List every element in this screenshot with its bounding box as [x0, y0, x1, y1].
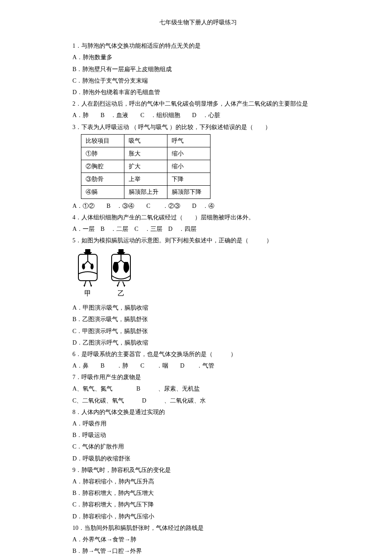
q7-row1: A、氧气、氮气 B 、尿素、无机盐 — [72, 383, 324, 394]
svg-rect-11 — [118, 249, 124, 252]
q6-stem: 6．是呼吸系统的主要器官，也是气体交换场所的是（ ） — [72, 349, 324, 359]
q9-stem: 9．肺吸气时，肺容积及气压的变化是 — [72, 465, 324, 475]
q4-stem: 4．人体组织细胞内产生的二氧化碳经过（ ）层细胞被呼出体外。 — [72, 212, 324, 223]
q9-opt-d: D．肺容积缩小，肺内气压缩小 — [72, 511, 324, 522]
q3-table: 比较项目 吸气 呼气 ①肺 胀大 缩小 ②胸腔 扩大 缩小 ③肋骨 上举 下降 … — [81, 134, 210, 199]
q8-opt-b: B．呼吸运动 — [72, 430, 324, 440]
q3-r2c3: 缩小 — [167, 160, 210, 173]
q10-opt-a: A．外界气体→食管→肺 — [72, 534, 324, 545]
q5-figure: 甲 乙 — [72, 248, 324, 300]
q8-opt-a: A．呼吸作用 — [72, 418, 324, 429]
q3-r1c1: ①肺 — [81, 147, 124, 160]
q6-options: A．鼻 B ．肺 C ．咽 D ．气管 — [72, 360, 324, 371]
q3-r4c3: 膈顶部下降 — [167, 186, 210, 198]
q3-r4c1: ④膈 — [81, 186, 124, 198]
svg-marker-19 — [124, 285, 125, 287]
q3-r3c2: 上举 — [124, 173, 167, 186]
q5-opt-c: C．甲图演示呼气，膈肌舒张 — [72, 326, 324, 336]
q8-opt-d: D．呼吸肌的收缩舒张 — [72, 453, 324, 464]
q2-options: A．肺 B ．血液 C ．组织细胞 D ．心脏 — [72, 110, 324, 121]
q3-r1c3: 缩小 — [167, 147, 210, 160]
q5-opt-b: B．乙图演示吸气，膈肌舒张 — [72, 314, 324, 325]
q3-r1c2: 胀大 — [124, 147, 167, 160]
q1-opt-b: B．肺泡壁只有一层扁平上皮细胞组成 — [72, 64, 324, 75]
q3-h3: 呼气 — [167, 134, 210, 147]
svg-rect-1 — [85, 249, 90, 252]
q5-opt-a: A．甲图演示吸气，膈肌收缩 — [72, 302, 324, 313]
q1-stem: 1．与肺泡的气体交换功能相适应的特点无关的是 — [72, 40, 324, 51]
q3-h2: 吸气 — [124, 134, 167, 147]
page-title: 七年级生物下册人的呼吸练习 — [72, 17, 324, 28]
bottle-yi-icon — [108, 248, 134, 287]
q9-opt-b: B．肺容积增大，肺内气压增大 — [72, 488, 324, 498]
q1-opt-d: D．肺泡外包绕着丰富的毛细血管 — [72, 87, 324, 98]
bottle-jia-icon — [75, 248, 101, 287]
q5-opt-d: D．乙图演示呼气，膈肌收缩 — [72, 337, 324, 348]
q5-label-jia: 甲 — [75, 288, 101, 300]
q9-opt-a: A．肺容积缩小，肺内气压升高 — [72, 476, 324, 487]
q9-opt-c: C．肺容积增大，肺内气压下降 — [72, 499, 324, 510]
q10-opt-b: B．肺→气管→口腔→外界 — [72, 546, 324, 555]
q10-stem: 10．当肋间外肌和膈肌舒张时，气体经过的路线是 — [72, 523, 324, 533]
q3-r2c1: ②胸腔 — [81, 160, 124, 173]
q3-r3c1: ③肋骨 — [81, 173, 124, 186]
svg-marker-9 — [90, 285, 92, 287]
svg-marker-8 — [84, 285, 85, 287]
q3-h1: 比较项目 — [81, 134, 124, 147]
q3-stem: 3．下表为人呼吸运动 （ 呼气与吸气 ）的比较，下列叙述错误的是（ ） — [72, 122, 324, 132]
q1-opt-a: A．肺泡数量多 — [72, 52, 324, 63]
q7-row2: C、二氧化碳、氧气 D 、二氧化碳、水 — [72, 395, 324, 406]
q7-stem: 7．呼吸作用产生的废物是 — [72, 372, 324, 382]
q3-r4c2: 膈顶部上升 — [124, 186, 167, 198]
q5-stem: 5．如图为模拟膈肌运动的示意图。则下列相关叙述中，正确的是（ ） — [72, 235, 324, 246]
q8-opt-c: C．气体的扩散作用 — [72, 441, 324, 452]
q3-options: A．①② B ．③④ C ．②③ D ．④ — [72, 201, 324, 211]
q3-r3c3: 下降 — [167, 173, 210, 186]
q1-opt-c: C．肺泡位于支气管分支末端 — [72, 75, 324, 86]
q8-stem: 8．人体内的气体交换是通过实现的 — [72, 407, 324, 417]
q3-r2c2: 扩大 — [124, 160, 167, 173]
svg-marker-18 — [117, 285, 118, 287]
q5-label-yi: 乙 — [108, 288, 134, 300]
q2-stem: 2．人在剧烈运动后，呼出的气体中二氧化碳会明显增多，人体产生二氧化碳的主要部位是 — [72, 98, 324, 109]
q4-options: A．一层 B ．二层 C ．三层 D ．四层 — [72, 224, 324, 234]
